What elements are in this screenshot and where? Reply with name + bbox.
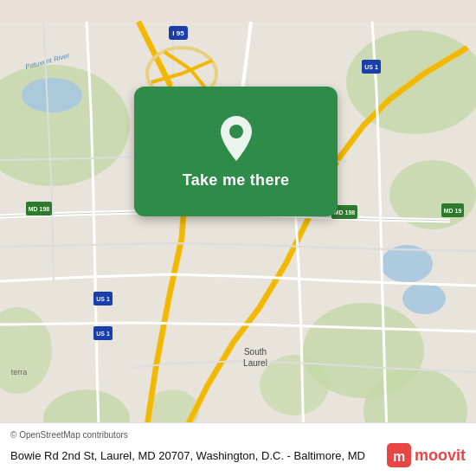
address-row: Bowie Rd 2nd St, Laurel, MD 20707, Washi…: [10, 443, 466, 467]
svg-point-35: [229, 125, 243, 138]
bottom-bar: © OpenStreetMap contributors Bowie Rd 2n…: [0, 422, 476, 476]
svg-text:South: South: [244, 347, 267, 357]
osm-credit: © OpenStreetMap contributors: [10, 430, 466, 440]
svg-text:US 1: US 1: [96, 331, 110, 337]
map-container: Patuxent River I 95 US 1: [0, 0, 476, 476]
moovit-name: moovit: [415, 447, 466, 465]
svg-text:US 1: US 1: [364, 64, 378, 70]
location-pin-icon: [217, 114, 255, 163]
moovit-icon: m: [387, 443, 411, 467]
take-me-there-button[interactable]: Take me there: [134, 87, 338, 216]
take-me-there-label: Take me there: [183, 171, 290, 190]
address-text: Bowie Rd 2nd St, Laurel, MD 20707, Washi…: [10, 449, 387, 462]
svg-text:US 1: US 1: [96, 296, 110, 302]
svg-text:Laurel: Laurel: [243, 358, 267, 368]
svg-text:MD 198: MD 198: [334, 209, 356, 215]
svg-text:terra: terra: [11, 368, 28, 376]
svg-text:MD 198: MD 198: [29, 206, 50, 212]
svg-text:I 95: I 95: [172, 29, 184, 37]
osm-credit-text: © OpenStreetMap contributors: [10, 430, 128, 440]
moovit-logo: m moovit: [387, 443, 466, 467]
svg-point-11: [22, 78, 82, 113]
svg-text:m: m: [393, 449, 405, 464]
svg-text:MD 19: MD 19: [444, 208, 462, 214]
svg-point-13: [402, 283, 446, 314]
